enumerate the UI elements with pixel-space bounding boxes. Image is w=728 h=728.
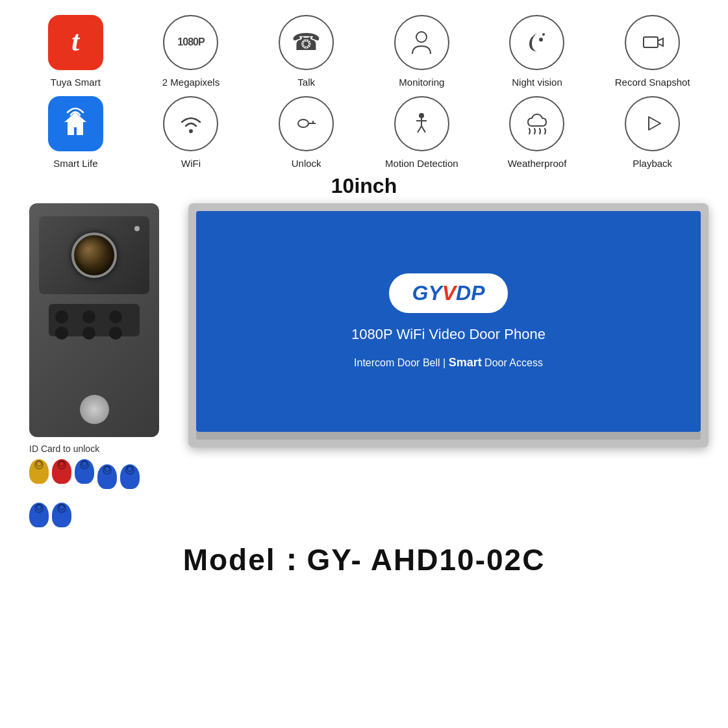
brand-dp: DP (456, 281, 484, 305)
svg-marker-5 (658, 38, 663, 46)
monitoring-icon-wrap (392, 13, 451, 71)
feature-wifi: WiFi (135, 94, 247, 169)
night-vision-icon (509, 15, 564, 70)
svg-text:t: t (71, 25, 81, 57)
unlock-label: Unlock (292, 158, 321, 169)
brand-v: V (442, 281, 456, 305)
svg-point-1 (416, 32, 427, 42)
wifi-label: WiFi (181, 158, 201, 169)
screen-text2-part2: Door Access (482, 357, 543, 368)
feature-tuya-smart: t Tuya Smart (19, 13, 132, 88)
talk-label: Talk (297, 77, 315, 88)
monitor-unit: GY V DP 1080P WiFi Video Door Phone Inte… (188, 203, 709, 447)
keyfob-ring (127, 466, 133, 472)
playback-svg (638, 109, 667, 138)
keyfob-blue-5 (52, 503, 71, 527)
smart-life-icon (48, 96, 103, 151)
keyfob-ring (104, 466, 110, 472)
svg-point-3 (542, 33, 545, 36)
ir-strip (49, 304, 140, 336)
smart-life-icon-wrap (46, 94, 105, 153)
2megapixels-icon-wrap: 1080P (162, 13, 220, 71)
svg-point-2 (539, 38, 543, 42)
ir-dot-6 (109, 327, 122, 340)
feature-motion-detection: Motion Detection (366, 94, 478, 169)
night-vision-label: Night vision (512, 77, 562, 88)
2megapixels-icon: 1080P (163, 15, 218, 70)
ir-dot-1 (55, 310, 68, 323)
keyfob-red-1 (52, 459, 71, 484)
talk-symbol: ☎ (292, 29, 321, 56)
screen-text2-part1: Intercom Door Bell | (354, 357, 449, 368)
record-snapshot-icon (625, 15, 680, 70)
monitor-stand (196, 432, 701, 440)
keyfob-ring (36, 460, 42, 467)
camera-lens (71, 232, 117, 278)
2megapixels-symbol: 1080P (177, 36, 204, 48)
brand-badge: GY V DP (389, 273, 507, 313)
tuya-smart-label: Tuya Smart (51, 77, 101, 88)
screen-text2: Intercom Door Bell | Smart Door Access (354, 356, 543, 370)
playback-icon-wrap (623, 94, 682, 153)
record-snapshot-label: Record Snapshot (615, 77, 690, 88)
feature-record-snapshot: Record Snapshot (596, 13, 709, 88)
monitoring-label: Monitoring (399, 77, 444, 88)
smart-life-svg (58, 106, 94, 142)
tuya-icon: t (48, 15, 103, 70)
id-card-label: ID Card to unlock (29, 444, 99, 454)
model-section: Model：GY- AHD10-02C (19, 540, 709, 581)
talk-icon: ☎ (279, 15, 334, 70)
svg-marker-15 (649, 117, 660, 130)
wifi-icon-wrap (162, 94, 220, 153)
weatherproof-svg (523, 109, 551, 138)
brand-gy: GY (412, 281, 442, 305)
feature-night-vision: Night vision (481, 13, 594, 88)
ir-dot-4 (55, 327, 68, 340)
id-card-section: ID Card to unlock (29, 444, 159, 527)
wifi-icon (163, 96, 218, 151)
feature-talk: ☎ Talk (250, 13, 362, 88)
playback-label: Playback (633, 158, 672, 169)
svg-point-10 (419, 113, 424, 118)
motion-detection-svg (407, 109, 436, 138)
unlock-svg (292, 109, 321, 138)
feature-weatherproof: Weatherproof (481, 94, 594, 169)
keyfob-ring (81, 460, 88, 467)
page-wrapper: t Tuya Smart 1080P 2 Megapixels ☎ Talk (0, 0, 728, 728)
keyfob-blue-3 (120, 464, 140, 489)
screen-text1: 1080P WiFi Video Door Phone (351, 326, 546, 343)
keyfob-blue-1 (75, 459, 94, 484)
screen-text2-bold: Smart (449, 356, 482, 369)
feature-smart-life: Smart Life (19, 94, 132, 169)
motion-detection-icon-wrap (392, 94, 451, 153)
ir-dot-5 (82, 327, 95, 340)
features-row2: Smart Life WiFi (19, 94, 709, 169)
feature-monitoring: Monitoring (366, 13, 478, 88)
record-snapshot-svg (638, 28, 667, 56)
monitor-body: GY V DP 1080P WiFi Video Door Phone Inte… (188, 203, 709, 447)
monitoring-icon (394, 15, 449, 70)
monitoring-svg (407, 28, 436, 56)
record-snapshot-icon-wrap (623, 13, 682, 71)
unlock-icon (279, 96, 334, 151)
playback-icon (625, 96, 680, 151)
indicator-light (134, 226, 140, 231)
motion-detection-icon (394, 96, 449, 151)
feature-2megapixels: 1080P 2 Megapixels (135, 13, 247, 88)
camera-top (39, 216, 149, 294)
feature-playback: Playback (596, 94, 709, 169)
camera-body (29, 203, 159, 437)
talk-icon-wrap: ☎ (277, 13, 336, 71)
keyfob-blue-2 (97, 464, 117, 489)
size-label: 10inch (331, 174, 397, 198)
product-area: ID Card to unlock (19, 203, 709, 527)
night-vision-icon-wrap (508, 13, 566, 71)
tuya-smart-icon-wrap: t (46, 13, 105, 71)
ir-dot-3 (109, 310, 122, 323)
keyfob-ring (36, 504, 42, 510)
wifi-svg (177, 109, 205, 138)
keyfob-ring (58, 460, 65, 467)
night-vision-svg (523, 28, 551, 56)
svg-rect-4 (644, 37, 658, 47)
keyfob-blue-4 (29, 503, 49, 527)
